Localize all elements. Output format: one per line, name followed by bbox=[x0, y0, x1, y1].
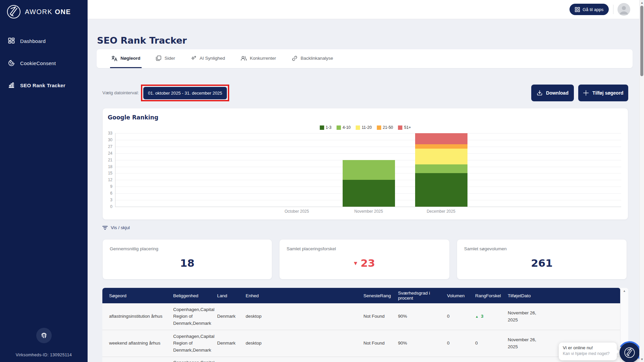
col-header-beliggenhed: Beliggenhed bbox=[173, 293, 217, 298]
table-row[interactable]: weekend aflastning århus Copenhagen,Capi… bbox=[102, 330, 620, 357]
chat-launcher-button[interactable] bbox=[620, 343, 640, 362]
person-icon bbox=[617, 3, 630, 16]
scroll-down-icon[interactable]: ▼ bbox=[640, 358, 644, 361]
sparkle-icon bbox=[191, 55, 197, 61]
stat-value: ▼ 23 bbox=[280, 257, 449, 269]
link-icon bbox=[292, 55, 298, 61]
download-button[interactable]: Download bbox=[531, 85, 574, 101]
stat-value: 261 bbox=[457, 257, 627, 269]
legend-item[interactable]: 11-20 bbox=[356, 125, 372, 130]
sidebar-item-label: SEO Rank Tracker bbox=[20, 83, 65, 88]
brand-name: AWORK ONE bbox=[25, 8, 71, 16]
y-tick-label: 33 bbox=[108, 131, 112, 136]
cell-rank-diff: 0 bbox=[475, 340, 508, 347]
cell-added-date: November 26, 2025 bbox=[508, 310, 541, 323]
chart-plot bbox=[115, 133, 621, 207]
rank-up-icon: ▲ bbox=[475, 315, 479, 318]
x-tick-label: October 2025 bbox=[285, 209, 309, 214]
download-label: Download bbox=[546, 90, 568, 96]
chart-gridline bbox=[115, 133, 621, 134]
stat-card-average-rank: Gennemsnitlig placering 18 bbox=[102, 239, 272, 279]
tab-sider[interactable]: Sider bbox=[154, 49, 177, 68]
cookie-icon bbox=[8, 60, 15, 66]
legend-item[interactable]: 1-3 bbox=[319, 125, 331, 130]
page-scrollbar-thumb[interactable] bbox=[640, 6, 643, 76]
col-header-senesterang: SenesteRang bbox=[363, 293, 398, 298]
cell-added-date: November 26, 2025 bbox=[508, 337, 541, 350]
sidebar-item-cookieconsent[interactable]: CookieConsent bbox=[0, 56, 88, 70]
page-scrollbar[interactable]: ▲ ▼ bbox=[639, 0, 644, 362]
cell-volume bbox=[447, 357, 475, 359]
scroll-up-icon[interactable]: ▲ bbox=[640, 1, 644, 4]
y-tick-label: 15 bbox=[108, 171, 112, 175]
sidebar-item-dashboard[interactable]: Dashboard bbox=[0, 34, 88, 48]
chat-bubble[interactable]: Vi er online nu! Kan vi hjælpe med noget… bbox=[559, 343, 617, 360]
page-title: SEO Rank Tracker bbox=[97, 35, 187, 46]
tab-label: Konkurrenter bbox=[250, 56, 276, 61]
keywords-table: Søgeord Beliggenhed Land Enhed SenesteRa… bbox=[102, 288, 628, 362]
chart-legend: 1-34-1011-2021-5051+ bbox=[319, 125, 411, 130]
y-tick-label: 21 bbox=[108, 158, 112, 162]
legend-label: 21-50 bbox=[383, 125, 393, 130]
cell-latest-rank bbox=[363, 357, 398, 359]
topbar-divider bbox=[613, 5, 613, 14]
bar-segment-1-3 bbox=[343, 180, 395, 207]
tab-nogleord[interactable]: Nøgleord bbox=[110, 49, 142, 68]
sidebar-item-label: CookieConsent bbox=[20, 60, 56, 66]
legend-label: 51+ bbox=[404, 125, 411, 130]
trend-down-icon: ▼ bbox=[354, 261, 357, 266]
cell-volume: 0 bbox=[447, 313, 475, 320]
cell-keyword: aflastningsinstitution århus bbox=[102, 313, 173, 320]
cell-location: Copenhagen,Capital Region of Denmark,Den… bbox=[173, 306, 217, 327]
chart-title: Google Ranking bbox=[108, 114, 158, 121]
chart-gridline bbox=[115, 153, 621, 154]
legend-swatch bbox=[356, 125, 360, 130]
stat-label: Gennemsnitlig placering bbox=[110, 246, 158, 251]
tab-label: Sider bbox=[164, 56, 175, 61]
legend-item[interactable]: 4-10 bbox=[337, 125, 351, 130]
date-range-button[interactable]: 01. oktober 2025 - 31. december 2025 bbox=[143, 87, 227, 99]
bar-segment-1-3 bbox=[415, 173, 467, 207]
chart-xaxis: October 2025November 2025December 2025 bbox=[115, 209, 621, 215]
bar-segment-4-10 bbox=[343, 160, 395, 180]
col-header-land: Land bbox=[217, 293, 246, 298]
go-to-apps-button[interactable]: Gå til apps bbox=[569, 4, 609, 15]
bar-segment-51+ bbox=[415, 133, 467, 144]
col-header-svaerhedsgrad: Sværhedsgrad i procent bbox=[398, 291, 447, 301]
legend-label: 1-3 bbox=[326, 125, 331, 130]
table-header: Søgeord Beliggenhed Land Enhed SenesteRa… bbox=[102, 288, 620, 303]
cell-difficulty bbox=[398, 357, 447, 359]
legend-swatch bbox=[337, 125, 341, 130]
sidebar-item-label: Dashboard bbox=[20, 38, 46, 44]
table-row[interactable]: aflastningsinstitution århus Copenhagen,… bbox=[102, 303, 620, 330]
legend-item[interactable]: 51+ bbox=[398, 125, 411, 130]
translate-icon bbox=[111, 55, 117, 61]
fingerprint-button[interactable] bbox=[36, 328, 52, 343]
stat-value: 18 bbox=[103, 257, 272, 269]
chart-gridline bbox=[115, 140, 621, 140]
tab-label: Backlinkanalyse bbox=[301, 56, 333, 61]
stat-card-search-volume: Samlet søgevolumen 261 bbox=[457, 239, 627, 279]
show-hide-toggle[interactable]: Vis / skjul bbox=[102, 225, 130, 230]
cell-rank-diff: ▲3 bbox=[475, 313, 508, 320]
filter-icon bbox=[102, 226, 108, 230]
cell-country: Denmark bbox=[217, 340, 246, 347]
sidebar-item-seo-rank-tracker[interactable]: SEO Rank Tracker bbox=[0, 78, 88, 93]
col-header-rangforskel: RangForskel bbox=[475, 293, 508, 298]
chat-message-subtitle: Kan vi hjælpe med noget? bbox=[563, 351, 613, 356]
table-scroll-up-icon[interactable]: ▲ bbox=[621, 289, 628, 293]
add-keyword-button[interactable]: Tilføj søgeord bbox=[578, 85, 628, 101]
legend-label: 4-10 bbox=[343, 125, 351, 130]
cell-keyword: weekend aflastning århus bbox=[102, 340, 173, 347]
legend-swatch bbox=[377, 125, 381, 130]
cell-rank-diff bbox=[475, 357, 508, 359]
user-avatar[interactable] bbox=[617, 3, 630, 16]
y-tick-label: 9 bbox=[110, 184, 112, 189]
tab-konkurrenter[interactable]: Konkurrenter bbox=[239, 49, 278, 68]
tab-backlinkanalyse[interactable]: Backlinkanalyse bbox=[290, 49, 335, 68]
legend-item[interactable]: 21-50 bbox=[377, 125, 393, 130]
tabs-bar: Nøgleord Sider AI Synlighed Konkurrenter bbox=[97, 49, 633, 68]
table-row[interactable]: Copenhagen,Capital Region of Denmark,Den… bbox=[102, 357, 620, 362]
tab-ai-synlighed[interactable]: AI Synlighed bbox=[189, 49, 227, 68]
date-range-highlight-box: 01. oktober 2025 - 31. december 2025 bbox=[141, 85, 229, 101]
